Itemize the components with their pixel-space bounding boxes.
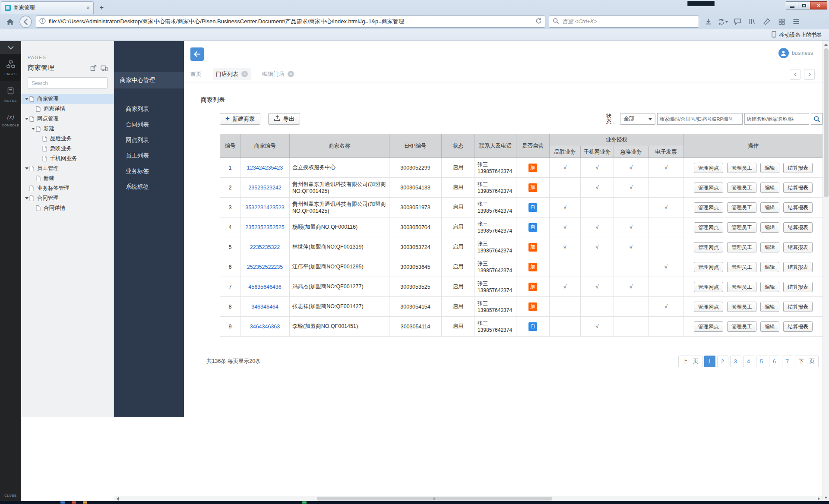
edit-button[interactable]: 编辑 xyxy=(760,202,779,213)
edit-button[interactable]: 编辑 xyxy=(760,242,779,252)
edit-button[interactable]: 编辑 xyxy=(760,183,779,193)
tree-item[interactable]: 合同管理 xyxy=(21,193,114,203)
manage-staff-button[interactable]: 管理员工 xyxy=(727,302,756,312)
scroll-up-arrow[interactable] xyxy=(824,41,828,47)
tree-item[interactable]: 业务标签管理 xyxy=(21,183,114,193)
rail-item-pages[interactable]: PAGES xyxy=(0,54,21,81)
sidebar-item[interactable]: 合同列表 xyxy=(114,117,184,132)
settlement-report-button[interactable]: 结算报表 xyxy=(783,222,813,233)
back-button[interactable] xyxy=(190,47,204,61)
share-icon[interactable] xyxy=(90,65,97,71)
manage-outlets-button[interactable]: 管理网点 xyxy=(694,321,723,332)
address-bar[interactable]: file:///C:/Users/Administrator/Desktop/商… xyxy=(36,16,545,28)
edit-button[interactable]: 编辑 xyxy=(760,163,779,173)
tab-scroll-left-button[interactable] xyxy=(790,69,801,80)
manage-staff-button[interactable]: 管理员工 xyxy=(727,222,756,233)
merchant-id-link[interactable]: 2235235322 xyxy=(250,244,280,250)
tree-caret-icon[interactable] xyxy=(24,166,29,171)
scroll-right-arrow[interactable] xyxy=(816,496,823,501)
edit-button[interactable]: 编辑 xyxy=(760,321,779,332)
close-button[interactable]: × xyxy=(810,1,827,9)
tools-icon[interactable] xyxy=(776,16,787,27)
doc-tab[interactable]: 门店列表× xyxy=(213,68,251,80)
page-button[interactable]: 6 xyxy=(769,356,780,367)
sync-icon[interactable] xyxy=(717,16,728,27)
tab-scroll-right-button[interactable] xyxy=(804,69,815,80)
library-icon[interactable] xyxy=(747,16,758,27)
manage-outlets-button[interactable]: 管理网点 xyxy=(694,302,723,312)
manage-outlets-button[interactable]: 管理网点 xyxy=(694,202,723,213)
vertical-scroll-thumb[interactable] xyxy=(824,48,829,197)
merchant-id-link[interactable]: 3532231423523 xyxy=(245,205,284,211)
prev-page-button[interactable]: 上一页 xyxy=(678,356,702,367)
manage-outlets-button[interactable]: 管理网点 xyxy=(694,242,723,252)
manage-staff-button[interactable]: 管理员工 xyxy=(727,183,756,193)
merchant-id-link[interactable]: 2352352352525 xyxy=(245,224,284,230)
tree-item[interactable]: 商家详情 xyxy=(21,104,114,114)
taskbar-icon[interactable] xyxy=(83,501,87,504)
search-box[interactable]: 百度 <Ctrl+K> xyxy=(549,16,699,28)
home-icon[interactable] xyxy=(4,16,16,27)
settlement-report-button[interactable]: 结算报表 xyxy=(783,321,813,332)
manage-staff-button[interactable]: 管理员工 xyxy=(727,242,756,252)
manage-staff-button[interactable]: 管理员工 xyxy=(727,282,756,292)
page-button[interactable]: 3 xyxy=(730,356,741,367)
tree-caret-icon[interactable] xyxy=(24,96,29,102)
manage-outlets-button[interactable]: 管理网点 xyxy=(694,163,723,173)
sidebar-item[interactable]: 员工列表 xyxy=(114,148,184,164)
tree-item[interactable]: 商家管理 xyxy=(21,94,114,104)
mobile-bookmarks[interactable]: 移动设备上的书签 xyxy=(772,31,822,39)
download-icon[interactable] xyxy=(702,16,714,27)
tree-item[interactable]: 新建 xyxy=(21,173,114,183)
settlement-report-button[interactable]: 结算报表 xyxy=(783,163,813,173)
merchant-id-link[interactable]: 123424235423 xyxy=(247,165,283,171)
shop-name-input[interactable] xyxy=(744,113,809,125)
pages-search-input[interactable] xyxy=(32,80,104,86)
page-button[interactable]: 5 xyxy=(756,356,767,367)
manage-outlets-button[interactable]: 管理网点 xyxy=(694,183,723,193)
tree-item[interactable]: 品胜业务 xyxy=(21,134,114,144)
doc-tab[interactable]: 首页 xyxy=(190,70,202,78)
taskbar-icon[interactable] xyxy=(60,501,65,504)
rail-item-notes[interactable]: NOTES xyxy=(0,81,21,107)
sidebar-item[interactable]: 业务标签 xyxy=(114,164,184,179)
edit-button[interactable]: 编辑 xyxy=(760,282,779,292)
tree-item[interactable]: 新建 xyxy=(21,124,114,134)
devices-icon[interactable] xyxy=(101,65,108,71)
settlement-report-button[interactable]: 结算报表 xyxy=(783,302,813,312)
browser-tab[interactable]: 商家管理 × xyxy=(1,1,94,14)
page-button[interactable]: 4 xyxy=(743,356,754,367)
chat-icon[interactable] xyxy=(732,16,743,27)
taskbar-icon[interactable] xyxy=(302,501,307,504)
merchant-id-link[interactable]: 3464346363 xyxy=(250,324,280,330)
minimize-button[interactable] xyxy=(786,1,798,9)
scroll-left-arrow[interactable] xyxy=(114,496,120,501)
manage-outlets-button[interactable]: 管理网点 xyxy=(694,282,723,292)
back-icon[interactable] xyxy=(19,15,32,28)
tree-caret-icon[interactable] xyxy=(30,126,36,132)
tree-item[interactable]: 网点管理 xyxy=(21,114,114,124)
tree-item[interactable]: 千机网业务 xyxy=(21,154,114,164)
settlement-report-button[interactable]: 结算报表 xyxy=(783,262,813,272)
tree-caret-icon[interactable] xyxy=(24,116,29,122)
manage-staff-button[interactable]: 管理员工 xyxy=(727,202,756,213)
page-button[interactable]: 1 xyxy=(704,356,715,367)
taskbar-icon[interactable] xyxy=(72,501,76,504)
collapse-panel-button[interactable] xyxy=(0,41,21,54)
manage-staff-button[interactable]: 管理员工 xyxy=(727,163,756,173)
horizontal-scroll-track[interactable] xyxy=(120,496,816,501)
menu-icon[interactable] xyxy=(791,16,802,27)
merchant-id-link[interactable]: 346346464 xyxy=(251,304,278,310)
tree-item[interactable]: 急唤业务 xyxy=(21,144,114,154)
info-icon[interactable] xyxy=(39,18,46,26)
windows-taskbar[interactable] xyxy=(0,501,829,504)
customize-icon[interactable] xyxy=(761,16,772,27)
next-page-button[interactable]: 下一页 xyxy=(795,356,819,367)
settlement-report-button[interactable]: 结算报表 xyxy=(783,242,813,252)
new-tab-button[interactable]: + xyxy=(96,3,108,12)
tree-caret-icon[interactable] xyxy=(24,195,29,201)
merchant-id-link[interactable]: 252352522235 xyxy=(247,264,283,270)
export-button[interactable]: 导出 xyxy=(268,113,300,125)
settlement-report-button[interactable]: 结算报表 xyxy=(783,202,813,213)
page-button[interactable]: 2 xyxy=(717,356,728,367)
